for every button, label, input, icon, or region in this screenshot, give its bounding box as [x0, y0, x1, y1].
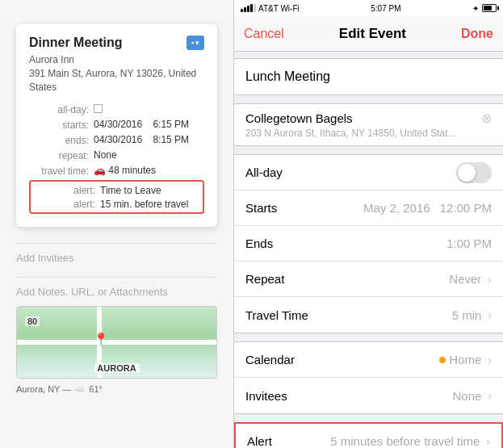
alert-box: alert: Time to Leave alert: 15 min. befo…	[29, 180, 204, 214]
map-road-horizontal	[17, 340, 216, 345]
add-notes[interactable]: Add Notes, URL, or Attachments	[0, 286, 233, 298]
starts-row: starts: 04/30/2016 6:15 PM	[29, 119, 204, 131]
alert-row[interactable]: Alert 5 minutes before travel time ›	[236, 424, 501, 448]
event-card: Dinner Meeting ▪ ▾ Aurora Inn 391 Main S…	[16, 24, 217, 227]
event-location: Aurora Inn 391 Main St, Aurora, NY 13026…	[29, 53, 204, 94]
travel-row: travel time: 🚗 48 minutes	[29, 165, 204, 177]
event-title: Dinner Meeting	[29, 36, 123, 50]
right-panel: AT&T Wi-Fi 5:07 PM ✦ Cancel Edit Event D…	[234, 0, 503, 448]
signal-bar-5	[254, 4, 256, 12]
status-time: 5:07 PM	[371, 4, 400, 13]
event-title-row: Dinner Meeting ▪ ▾	[29, 36, 204, 50]
map-road-number: 80	[25, 316, 40, 326]
nav-bar: Cancel Edit Event Done	[234, 16, 503, 52]
location-section: Collegetown Bagels ⊗ 203 N Aurora St, It…	[234, 103, 503, 146]
invitees-row[interactable]: Invitees None ›	[234, 378, 503, 413]
toggle-knob	[458, 164, 476, 182]
done-button[interactable]: Done	[461, 27, 493, 41]
map-thumbnail: 80 📍 AURORA	[16, 306, 217, 379]
repeat-row: repeat: None	[29, 149, 204, 161]
allday-row: all-day:	[29, 103, 204, 115]
battery-icon	[482, 4, 497, 12]
starts-row[interactable]: Starts May 2, 2016 12:00 PM	[234, 191, 503, 226]
cancel-button[interactable]: Cancel	[244, 27, 284, 41]
travel-label: Travel Time	[245, 308, 452, 322]
signal-bar-2	[244, 7, 246, 12]
repeat-value: Never ›	[449, 272, 492, 286]
divider-notes	[16, 277, 217, 278]
location-main: Collegetown Bagels ⊗	[245, 111, 492, 126]
signal-bar-4	[250, 4, 253, 12]
weather-text: Aurora, NY —	[16, 384, 71, 394]
ends-label: Ends	[245, 237, 446, 250]
status-right: ✦	[472, 4, 497, 13]
weather-row: Aurora, NY — ☁️ 61°	[0, 379, 233, 394]
travel-value: 5 min ›	[452, 308, 492, 322]
location-row[interactable]: Collegetown Bagels ⊗ 203 N Aurora St, It…	[234, 104, 503, 145]
allday-checkbox-wrap	[94, 103, 204, 115]
event-fields: all-day: starts: 04/30/2016 6:15 PM ends…	[29, 103, 204, 214]
allday-row: All-day	[234, 155, 503, 191]
repeat-label: Repeat	[245, 272, 449, 286]
allday-checkbox[interactable]	[94, 104, 103, 113]
bluetooth-icon: ✦	[472, 4, 479, 13]
status-bar: AT&T Wi-Fi 5:07 PM ✦	[234, 0, 503, 16]
nav-title: Edit Event	[339, 26, 406, 42]
travel-chevron: ›	[488, 308, 492, 321]
alert-value: 5 minutes before travel time ›	[330, 434, 490, 448]
ends-row: ends: 04/30/2016 8:15 PM	[29, 134, 204, 146]
ends-row[interactable]: Ends 1:00 PM	[234, 226, 503, 262]
weather-icon: ☁️	[74, 383, 86, 394]
calendar-value: Home ›	[439, 353, 492, 366]
invitees-label: Invitees	[245, 389, 452, 403]
ios-content: Lunch Meeting Collegetown Bagels ⊗ 203 N…	[234, 52, 503, 448]
weather-temp: 61°	[89, 384, 103, 394]
event-title-section: Lunch Meeting	[234, 58, 503, 95]
badge-chevron: ▾	[195, 39, 199, 47]
alert-chevron: ›	[486, 435, 490, 448]
repeat-row[interactable]: Repeat Never ›	[234, 262, 503, 297]
signal-bars	[241, 4, 256, 12]
location-sub: 203 N Aurora St, Ithaca, NY 14850, Unite…	[245, 128, 456, 139]
event-title-row[interactable]: Lunch Meeting	[234, 59, 503, 94]
battery-level	[484, 6, 492, 10]
ends-value: 1:00 PM	[446, 237, 492, 250]
map-pin: 📍	[93, 332, 109, 347]
map-city-label: AURORA	[94, 363, 139, 373]
travel-time-row[interactable]: Travel Time 5 min ›	[234, 297, 503, 333]
alert2-row: alert: 15 min. before travel	[36, 198, 198, 210]
calendar-label: Calendar	[245, 353, 439, 366]
calendar-section: Calendar Home › Invitees None ›	[234, 341, 503, 414]
alert-section: Alert 5 minutes before travel time › Sec…	[234, 422, 503, 448]
badge-icon: ▪	[191, 39, 194, 47]
divider-invitees	[16, 243, 217, 244]
allday-toggle[interactable]	[456, 162, 492, 183]
starts-value: May 2, 2016 12:00 PM	[363, 201, 492, 215]
left-panel: Dinner Meeting ▪ ▾ Aurora Inn 391 Main S…	[0, 0, 234, 448]
event-title-field[interactable]: Lunch Meeting	[245, 69, 492, 84]
signal-bar-3	[247, 6, 249, 12]
time-section: All-day Starts May 2, 2016 12:00 PM Ends…	[234, 154, 503, 333]
allday-label: All-day	[245, 165, 456, 179]
starts-label: Starts	[245, 201, 363, 215]
car-icon: 🚗	[94, 165, 106, 176]
add-invitees[interactable]: Add Invitees	[0, 252, 233, 264]
signal-bar-1	[241, 9, 243, 12]
alert1-row: alert: Time to Leave	[36, 184, 198, 196]
calendar-row[interactable]: Calendar Home ›	[234, 342, 503, 378]
invitees-chevron: ›	[488, 389, 492, 402]
status-left: AT&T Wi-Fi	[241, 4, 300, 13]
calendar-dot	[439, 357, 446, 363]
repeat-chevron: ›	[488, 273, 492, 286]
calendar-chevron: ›	[488, 354, 492, 366]
invitees-value: None ›	[452, 389, 492, 403]
calendar-badge[interactable]: ▪ ▾	[187, 36, 204, 50]
carrier-label: AT&T Wi-Fi	[258, 4, 300, 13]
location-clear-button[interactable]: ⊗	[481, 111, 492, 126]
alert-label: Alert	[247, 434, 330, 448]
location-name: Collegetown Bagels	[245, 111, 353, 125]
